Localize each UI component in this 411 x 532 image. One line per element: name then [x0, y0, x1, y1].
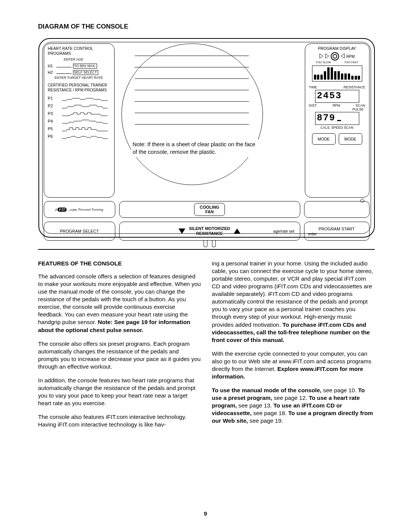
- resistance-up-icon[interactable]: [234, 228, 241, 234]
- program-row: P2: [48, 102, 111, 110]
- page-number: 9: [0, 510, 411, 517]
- para: The console also offers six preset progr…: [38, 340, 201, 371]
- slot-icons: [204, 240, 216, 247]
- cooling-fan-button[interactable]: COOLING FAN: [119, 201, 300, 218]
- h1-label: H1: [48, 64, 55, 69]
- mid-row: iFIT.com Personal Training COOLING FAN: [44, 201, 370, 218]
- time-label: TIME: [309, 85, 317, 89]
- mode-button-right[interactable]: MODE: [339, 133, 362, 145]
- ifit-logo-icon: iFIT.com: [56, 207, 77, 212]
- vent-line-icon: [135, 101, 249, 102]
- program-start-button[interactable]: PROGRAM START enter: [304, 222, 370, 241]
- para: In addition, the console features two he…: [38, 377, 201, 407]
- left-panel: HEART RATE CONTROL PROGRAMS ENTER AGE H1…: [44, 43, 115, 198]
- profile-icon: [59, 134, 111, 139]
- enter-label: enter: [308, 232, 317, 236]
- vent-line-icon: [135, 56, 249, 56]
- program-start-label: PROGRAM START: [319, 227, 355, 231]
- scan-label: SCAN: [355, 104, 365, 107]
- plastic-note: Note: If there is a sheet of clear plast…: [131, 139, 260, 157]
- triangle-right-icon: [319, 53, 323, 59]
- para: To use the manual mode of the console, s…: [212, 387, 375, 425]
- program-label: P5: [48, 126, 56, 132]
- para: With the exercise cycle connected to you…: [212, 350, 375, 380]
- para: The advanced console offers a selection …: [38, 273, 201, 334]
- enter-target-label: ENTER TARGET HEART RATE: [55, 76, 111, 80]
- right-mid-spacer: [304, 201, 370, 218]
- right-panel: PROGRAM DISPLAY RPM TOO SLOW TOO FAST: [305, 43, 370, 198]
- segment-profile-display: [312, 66, 362, 81]
- too-fast-label: TOO FAST: [344, 61, 358, 64]
- bottom-row: PROGRAM SELECT SILENT MOTORIZED RESISTAN…: [44, 222, 370, 241]
- program-label: P2: [48, 104, 56, 109]
- para: The console also features iFIT.com inter…: [38, 413, 201, 428]
- rpm-label: RPM: [346, 54, 355, 59]
- program-label: P6: [48, 134, 56, 139]
- program-label: P3: [48, 111, 56, 117]
- too-slow-label: TOO SLOW: [316, 61, 331, 64]
- h1-line-icon: [56, 65, 72, 67]
- section-title: DIAGRAM OF THE CONSOLE: [38, 23, 375, 30]
- para: ing a personal trainer in your home. Usi…: [212, 260, 375, 344]
- vent-line-icon: [135, 124, 249, 125]
- h2-line-icon: [56, 71, 72, 74]
- vent-line-icon: [135, 90, 249, 90]
- vent-line-icon: [135, 113, 249, 113]
- profile-icon: [59, 119, 111, 124]
- dist-label: DIST.: [309, 104, 317, 107]
- cpt-heading: CERTIFIED PERSONAL TRAINER RESISTANCE / …: [48, 83, 111, 93]
- silent-resistance-label: SILENT MOTORIZED RESISTANCE: [189, 226, 230, 236]
- right-column: ing a personal trainer in your home. Usi…: [212, 260, 375, 428]
- enter-age-label: ENTER AGE: [64, 58, 111, 62]
- program-row: P3: [48, 110, 111, 118]
- program-row: P1: [48, 95, 111, 102]
- mode-button-left[interactable]: MODE: [312, 133, 336, 145]
- resistance-label: RESISTANCE: [344, 85, 365, 89]
- rpm-label-2: RPM: [333, 104, 340, 107]
- rpm-indicator-row: RPM: [308, 52, 366, 61]
- cals-speed-scan-label: CALS. SPEED SCAN: [308, 126, 366, 129]
- program-label: P4: [48, 119, 56, 124]
- vent-line-icon: [135, 67, 249, 67]
- program-label: P1: [48, 96, 56, 101]
- resistance-down-icon[interactable]: [178, 228, 185, 234]
- led-icon: [360, 199, 364, 203]
- target-icon: [331, 52, 339, 61]
- profile-icon: [59, 96, 111, 101]
- profile-icon: [59, 104, 111, 109]
- body-columns: FEATURES OF THE CONSOLE The advanced con…: [38, 260, 375, 428]
- pulse-label: PULSE: [308, 107, 366, 111]
- features-heading: FEATURES OF THE CONSOLE: [38, 260, 201, 267]
- triangle-left-icon: [341, 53, 345, 59]
- h2-box: SELF SELECT: [73, 70, 98, 75]
- vent-line-icon: [135, 78, 249, 79]
- program-row: P4: [48, 118, 111, 125]
- personal-training-label: Personal Training: [78, 208, 104, 211]
- age-rate-label: age/rate set: [273, 229, 294, 233]
- resistance-control[interactable]: SILENT MOTORIZED RESISTANCE age/rate set: [119, 222, 300, 241]
- program-display-heading: PROGRAM DISPLAY: [308, 46, 366, 51]
- divider: [38, 249, 375, 250]
- fan-circle-icon: [121, 43, 263, 185]
- hr-heading: HEART RATE CONTROL PROGRAMS: [48, 46, 111, 56]
- h2-label: H2: [48, 70, 55, 75]
- h1-box: TO 85% MAX.: [73, 64, 97, 69]
- lcd-1: 2453: [315, 90, 359, 103]
- lcd-2: 879: [315, 112, 359, 125]
- program-row: P5: [48, 125, 111, 133]
- triangle-right-icon: [325, 53, 329, 59]
- profile-icon: [59, 127, 111, 131]
- console-diagram: HEART RATE CONTROL PROGRAMS ENTER AGE H1…: [38, 38, 375, 238]
- profile-icon: [59, 112, 111, 116]
- program-select-button[interactable]: PROGRAM SELECT: [44, 222, 115, 241]
- program-list: P1 P2 P3 P4 P5: [48, 95, 111, 141]
- program-row: P6: [48, 133, 111, 141]
- ifit-box: iFIT.com Personal Training: [44, 201, 115, 218]
- left-column: FEATURES OF THE CONSOLE The advanced con…: [38, 260, 201, 428]
